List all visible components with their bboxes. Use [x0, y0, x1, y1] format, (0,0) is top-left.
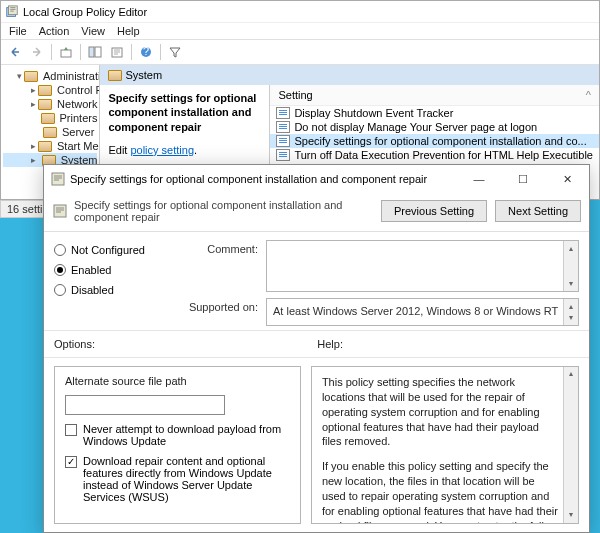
- svg-rect-2: [61, 50, 71, 57]
- scroll-down-icon[interactable]: ▾: [564, 276, 578, 291]
- radio-not-configured[interactable]: Not Configured: [54, 244, 164, 256]
- policy-icon: [50, 171, 66, 187]
- folder-icon: [24, 71, 38, 82]
- policy-icon: [276, 121, 290, 133]
- export-button[interactable]: [107, 42, 127, 62]
- list-item[interactable]: Do not display Manage Your Server page a…: [270, 120, 599, 134]
- dialog-titlebar: Specify settings for optional component …: [44, 165, 589, 193]
- edit-policy-row: Edit policy setting.: [108, 144, 261, 156]
- content-header: System: [100, 65, 599, 85]
- help-button[interactable]: ?: [136, 42, 156, 62]
- scroll-down-icon[interactable]: ▾: [564, 310, 578, 325]
- scroll-up-icon[interactable]: ▴: [564, 367, 578, 382]
- gpe-title: Local Group Policy Editor: [23, 6, 147, 18]
- supported-label: Supported on:: [178, 298, 258, 313]
- tree-item-printers[interactable]: ▸Printers: [3, 111, 97, 125]
- radio-enabled[interactable]: Enabled: [54, 264, 164, 276]
- dialog-title: Specify settings for optional component …: [66, 173, 457, 185]
- tree-item-network[interactable]: ▸Network: [3, 97, 97, 111]
- folder-icon: [108, 70, 122, 81]
- options-heading: Options:: [54, 335, 303, 353]
- close-button[interactable]: ✕: [545, 165, 589, 193]
- svg-rect-4: [95, 47, 101, 57]
- forward-button[interactable]: [27, 42, 47, 62]
- folder-icon: [43, 127, 57, 138]
- menu-file[interactable]: File: [9, 25, 27, 37]
- tree-item-server[interactable]: ▸Server: [3, 125, 97, 139]
- previous-setting-button[interactable]: Previous Setting: [381, 200, 487, 222]
- list-header[interactable]: Setting ^: [270, 85, 599, 106]
- policy-icon: [276, 149, 290, 161]
- gpe-icon: [5, 5, 19, 19]
- up-button[interactable]: [56, 42, 76, 62]
- checkbox-icon: [65, 456, 77, 468]
- maximize-button[interactable]: ☐: [501, 165, 545, 193]
- folder-icon: [38, 141, 52, 152]
- help-text: If you enable this policy setting and sp…: [322, 459, 558, 524]
- svg-rect-8: [52, 173, 64, 185]
- radio-icon: [54, 244, 66, 256]
- radio-icon: [54, 284, 66, 296]
- next-setting-button[interactable]: Next Setting: [495, 200, 581, 222]
- menu-action[interactable]: Action: [39, 25, 70, 37]
- menu-view[interactable]: View: [81, 25, 105, 37]
- filter-button[interactable]: [165, 42, 185, 62]
- tree-item-start-menu[interactable]: ▸Start Menu a: [3, 139, 97, 153]
- edit-policy-link[interactable]: policy setting: [130, 144, 194, 156]
- options-panel: Alternate source file path Never attempt…: [54, 366, 301, 524]
- list-item[interactable]: Turn off Data Execution Prevention for H…: [270, 148, 599, 162]
- folder-icon: [38, 99, 52, 110]
- tree-root[interactable]: ▾Administrative Te: [3, 69, 97, 83]
- comment-textarea[interactable]: ▴▾: [266, 240, 579, 292]
- folder-icon: [41, 113, 55, 124]
- gpe-titlebar: Local Group Policy Editor: [1, 1, 599, 23]
- dialog-header-text: Specify settings for optional component …: [74, 199, 373, 223]
- policy-icon: [276, 135, 290, 147]
- help-text: This policy setting specifies the networ…: [322, 375, 558, 449]
- radio-disabled[interactable]: Disabled: [54, 284, 164, 296]
- supported-on-box: At least Windows Server 2012, Windows 8 …: [266, 298, 579, 326]
- scrollbar[interactable]: ▴▾: [563, 367, 578, 523]
- policy-icon: [52, 203, 68, 219]
- svg-text:?: ?: [143, 45, 149, 57]
- scroll-up-icon[interactable]: ▴: [564, 241, 578, 256]
- menubar: File Action View Help: [1, 23, 599, 39]
- list-item[interactable]: Specify settings for optional component …: [270, 134, 599, 148]
- help-panel: This policy setting specifies the networ…: [311, 366, 579, 524]
- wsus-checkbox[interactable]: Download repair content and optional fea…: [65, 455, 290, 503]
- selected-policy-name: Specify settings for optional component …: [108, 91, 261, 134]
- scrollbar[interactable]: ▴▾: [563, 241, 578, 291]
- alt-source-label: Alternate source file path: [65, 375, 290, 387]
- col-setting[interactable]: Setting: [278, 89, 585, 101]
- show-hide-button[interactable]: [85, 42, 105, 62]
- scroll-down-icon[interactable]: ▾: [564, 508, 578, 523]
- svg-rect-3: [89, 47, 94, 57]
- help-heading: Help:: [317, 335, 579, 353]
- never-download-checkbox[interactable]: Never attempt to download payload from W…: [65, 423, 290, 447]
- list-item[interactable]: Display Shutdown Event Tracker: [270, 106, 599, 120]
- menu-help[interactable]: Help: [117, 25, 140, 37]
- checkbox-icon: [65, 424, 77, 436]
- dialog-header: Specify settings for optional component …: [44, 193, 589, 232]
- folder-icon: [38, 85, 52, 96]
- back-button[interactable]: [5, 42, 25, 62]
- policy-dialog: Specify settings for optional component …: [43, 164, 590, 533]
- state-radio-group: Not Configured Enabled Disabled: [54, 240, 164, 326]
- toolbar: ?: [1, 39, 599, 65]
- radio-icon: [54, 264, 66, 276]
- minimize-button[interactable]: —: [457, 165, 501, 193]
- scrollbar[interactable]: ▴▾: [563, 299, 578, 325]
- policy-icon: [276, 107, 290, 119]
- alt-source-input[interactable]: [65, 395, 225, 415]
- content-header-label: System: [125, 69, 162, 81]
- tree-item-control-panel[interactable]: ▸Control Pane: [3, 83, 97, 97]
- svg-rect-9: [54, 205, 66, 217]
- comment-label: Comment:: [178, 240, 258, 255]
